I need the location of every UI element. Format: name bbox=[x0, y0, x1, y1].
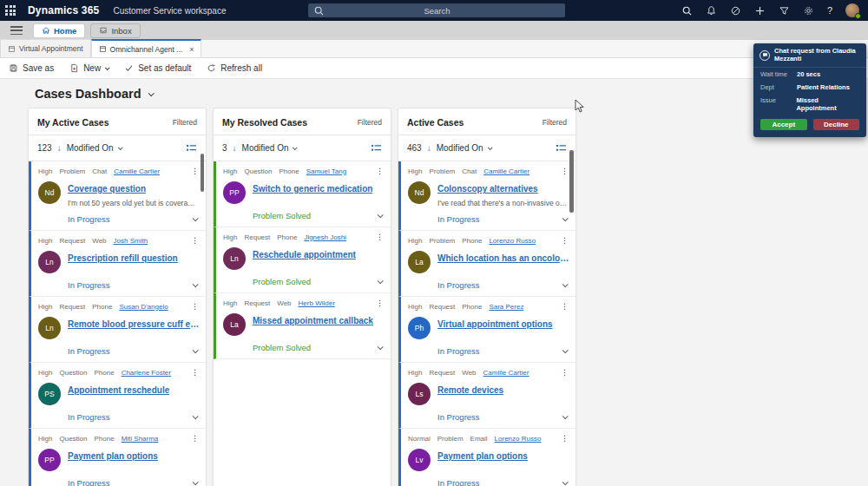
case-contact-link[interactable]: Josh Smith bbox=[114, 237, 148, 245]
more-options-icon[interactable]: ⋮ bbox=[191, 368, 199, 377]
case-title-link[interactable]: Switch to generic medication bbox=[253, 184, 372, 194]
filtered-label[interactable]: Filtered bbox=[358, 118, 382, 127]
expand-status-chevron-icon[interactable] bbox=[193, 347, 199, 353]
close-tab-icon[interactable]: × bbox=[189, 45, 194, 54]
nav-tab-home[interactable]: Home bbox=[33, 23, 85, 38]
nav-tab-inbox[interactable]: Inbox bbox=[90, 23, 140, 38]
scrollbar-thumb[interactable] bbox=[201, 154, 204, 192]
expand-status-chevron-icon[interactable] bbox=[378, 344, 384, 350]
dashboard-selector-chevron-icon[interactable] bbox=[148, 90, 154, 96]
expand-status-chevron-icon[interactable] bbox=[193, 413, 199, 419]
expand-status-chevron-icon[interactable] bbox=[562, 479, 569, 485]
case-title-link[interactable]: Payment plan options bbox=[437, 451, 528, 461]
expand-status-chevron-icon[interactable] bbox=[562, 215, 569, 221]
case-card[interactable]: High Question Phone Miti Sharma ⋮ PP Pay… bbox=[29, 429, 206, 486]
more-options-icon[interactable]: ⋮ bbox=[191, 236, 199, 245]
expand-status-chevron-icon[interactable] bbox=[562, 281, 569, 287]
card-settings-icon[interactable] bbox=[556, 143, 567, 153]
case-contact-link[interactable]: Camille Cartier bbox=[483, 167, 529, 175]
card-settings-icon[interactable] bbox=[186, 143, 197, 153]
notifications-bell-icon[interactable] bbox=[706, 5, 717, 16]
new-button[interactable]: New bbox=[69, 63, 108, 73]
more-options-icon[interactable]: ⋮ bbox=[561, 368, 569, 377]
expand-status-chevron-icon[interactable] bbox=[562, 347, 569, 353]
case-contact-link[interactable]: Miti Sharma bbox=[122, 435, 159, 443]
case-contact-link[interactable]: Lorenzo Russo bbox=[489, 237, 536, 245]
sort-field-dropdown[interactable]: Modified On bbox=[242, 143, 297, 153]
case-card[interactable]: High Problem Chat Camille Cartier ⋮ Nd C… bbox=[398, 161, 575, 231]
set-as-default-button[interactable]: Set as default bbox=[124, 63, 191, 73]
case-title-link[interactable]: Payment plan options bbox=[68, 451, 158, 461]
case-title-link[interactable]: Remote blood pressure cuff error bbox=[68, 319, 202, 329]
chevron-down-icon[interactable] bbox=[105, 65, 110, 70]
settings-gear-icon[interactable] bbox=[803, 5, 814, 16]
more-options-icon[interactable]: ⋮ bbox=[376, 233, 384, 241]
more-options-icon[interactable]: ⋮ bbox=[561, 434, 569, 443]
sort-descending-icon[interactable]: ↓ bbox=[233, 143, 237, 153]
search-icon[interactable] bbox=[681, 5, 693, 16]
expand-status-chevron-icon[interactable] bbox=[378, 212, 384, 218]
more-options-icon[interactable]: ⋮ bbox=[191, 434, 199, 443]
refresh-all-button[interactable]: Refresh all bbox=[207, 63, 262, 73]
decline-button[interactable]: Decline bbox=[813, 119, 860, 130]
global-search-input[interactable]: Search bbox=[308, 3, 565, 17]
expand-status-chevron-icon[interactable] bbox=[193, 479, 199, 485]
sort-field-dropdown[interactable]: Modified On bbox=[67, 143, 122, 153]
more-options-icon[interactable]: ⋮ bbox=[191, 167, 199, 175]
case-contact-link[interactable]: Camille Cartier bbox=[483, 369, 529, 377]
case-card[interactable]: High Request Phone Sara Perez ⋮ Ph Virtu… bbox=[398, 297, 575, 363]
case-title-link[interactable]: Missed appointment callback bbox=[253, 316, 373, 325]
expand-status-chevron-icon[interactable] bbox=[193, 281, 199, 287]
case-title-link[interactable]: Prescription refill question bbox=[68, 253, 178, 263]
case-card[interactable]: High Question Phone Charlene Foster ⋮ PS… bbox=[29, 363, 206, 429]
case-contact-link[interactable]: Susan D'angelo bbox=[119, 303, 168, 311]
filter-funnel-icon[interactable] bbox=[779, 5, 790, 16]
user-avatar[interactable] bbox=[845, 3, 859, 17]
sort-descending-icon[interactable]: ↓ bbox=[57, 143, 62, 153]
case-contact-link[interactable]: Herb Wilder bbox=[299, 299, 335, 307]
filtered-label[interactable]: Filtered bbox=[542, 118, 567, 127]
scrollbar-thumb[interactable] bbox=[569, 150, 574, 213]
tab-virtual-appointment[interactable]: Virtual Appointment bbox=[0, 39, 91, 57]
case-card[interactable]: High Problem Chat Camille Cartier ⋮ Nd C… bbox=[29, 161, 206, 231]
case-contact-link[interactable]: Samuel Tang bbox=[306, 167, 347, 175]
help-icon[interactable]: ? bbox=[827, 5, 832, 16]
expand-status-chevron-icon[interactable] bbox=[378, 278, 384, 284]
case-card[interactable]: High Request Phone Susan D'angelo ⋮ Ln R… bbox=[29, 297, 206, 363]
site-map-icon[interactable] bbox=[10, 26, 23, 35]
case-contact-link[interactable]: Sara Perez bbox=[489, 303, 523, 311]
quick-create-plus-icon[interactable] bbox=[754, 5, 766, 16]
case-title-link[interactable]: Remote devices bbox=[437, 385, 503, 395]
case-card[interactable]: High Request Web Camille Cartier ⋮ Ls Re… bbox=[398, 363, 575, 429]
case-card[interactable]: High Request Web Herb Wilder ⋮ La Missed… bbox=[214, 293, 391, 359]
accept-button[interactable]: Accept bbox=[760, 119, 807, 130]
more-options-icon[interactable]: ⋮ bbox=[561, 167, 569, 175]
case-contact-link[interactable]: Camille Cartier bbox=[114, 167, 160, 175]
expand-status-chevron-icon[interactable] bbox=[193, 215, 199, 221]
case-card[interactable]: High Request Phone Jignesh Joshi ⋮ Ln Re… bbox=[214, 227, 391, 293]
filtered-label[interactable]: Filtered bbox=[173, 118, 197, 127]
waffle-menu-icon[interactable] bbox=[0, 0, 21, 21]
card-settings-icon[interactable] bbox=[371, 143, 382, 153]
case-title-link[interactable]: Appointment reschedule bbox=[68, 385, 169, 395]
recent-activity-icon[interactable] bbox=[730, 5, 741, 16]
case-card[interactable]: Normal Problem Email Lorenzo Russo ⋮ Lv … bbox=[398, 429, 575, 486]
more-options-icon[interactable]: ⋮ bbox=[561, 302, 569, 311]
case-title-link[interactable]: Reschedule appointment bbox=[253, 250, 356, 259]
case-title-link[interactable]: Colonscopy alternatives bbox=[437, 184, 538, 194]
more-options-icon[interactable]: ⋮ bbox=[191, 302, 199, 311]
case-card[interactable]: High Problem Phone Lorenzo Russo ⋮ La Wh… bbox=[398, 231, 575, 297]
case-title-link[interactable]: Which location has an oncology depar... bbox=[437, 253, 572, 263]
sort-descending-icon[interactable]: ↓ bbox=[427, 143, 431, 153]
case-card[interactable]: High Question Phone Samuel Tang ⋮ PP Swi… bbox=[214, 161, 391, 227]
case-contact-link[interactable]: Jignesh Joshi bbox=[304, 233, 345, 241]
case-card[interactable]: High Request Web Josh Smith ⋮ Ln Prescri… bbox=[29, 231, 206, 297]
case-contact-link[interactable]: Charlene Foster bbox=[122, 369, 171, 377]
tab-omnichannel-agent[interactable]: Omnichannel Agent ... × bbox=[91, 39, 202, 57]
more-options-icon[interactable]: ⋮ bbox=[561, 236, 569, 245]
case-title-link[interactable]: Virtual appointment options bbox=[437, 319, 553, 329]
case-title-link[interactable]: Coverage question bbox=[68, 184, 146, 194]
case-contact-link[interactable]: Lorenzo Russo bbox=[495, 435, 542, 443]
sort-field-dropdown[interactable]: Modified On bbox=[437, 143, 491, 153]
more-options-icon[interactable]: ⋮ bbox=[376, 167, 384, 175]
